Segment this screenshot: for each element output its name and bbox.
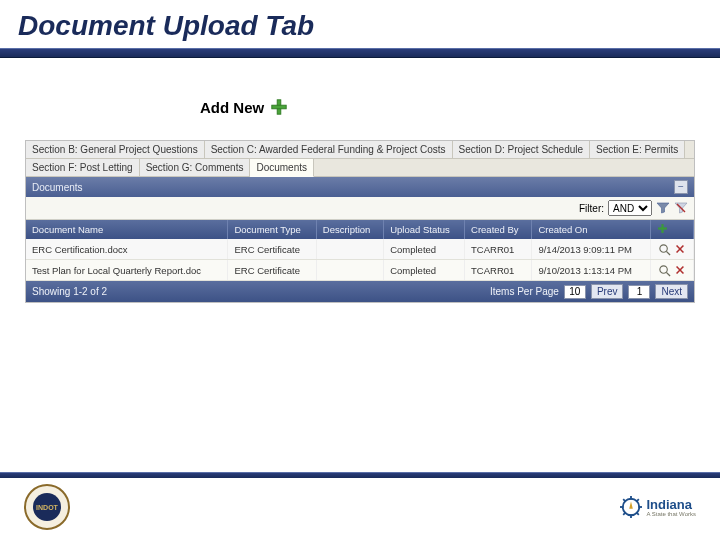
tab-section-c[interactable]: Section C: Awarded Federal Funding & Pro… — [205, 141, 453, 158]
tab-section-b[interactable]: Section B: General Project Questions — [26, 141, 205, 158]
section-header: Documents − — [26, 177, 694, 197]
svg-line-10 — [666, 272, 670, 276]
title-divider — [0, 48, 720, 58]
col-document-type[interactable]: Document Type — [228, 220, 316, 239]
svg-point-9 — [659, 265, 666, 272]
svg-line-21 — [637, 499, 640, 502]
svg-point-5 — [659, 244, 666, 251]
filter-apply-icon[interactable] — [656, 201, 670, 215]
pager-items-input[interactable] — [564, 285, 586, 299]
cell-type: ERC Certificate — [228, 260, 316, 281]
col-add[interactable] — [651, 220, 694, 239]
tab-section-f[interactable]: Section F: Post Letting — [26, 159, 140, 176]
collapse-button[interactable]: − — [674, 180, 688, 194]
cell-by: TCARR01 — [465, 239, 532, 260]
filter-label: Filter: — [579, 203, 604, 214]
tab-section-g[interactable]: Section G: Comments — [140, 159, 251, 176]
pager-prev-button[interactable]: Prev — [591, 284, 624, 299]
table-row[interactable]: ERC Certification.docx ERC Certificate C… — [26, 239, 694, 260]
pager-showing: Showing 1-2 of 2 — [32, 286, 107, 297]
cell-name: ERC Certification.docx — [26, 239, 228, 260]
cell-desc — [316, 239, 383, 260]
indiana-logo: Indiana A State that Works — [620, 496, 696, 518]
cell-desc — [316, 260, 383, 281]
view-icon[interactable] — [657, 263, 671, 277]
filter-bar: Filter: AND — [26, 197, 694, 220]
tab-documents[interactable]: Documents — [250, 159, 314, 177]
tabrow-1: Section B: General Project Questions Sec… — [26, 141, 694, 159]
pager-next-button[interactable]: Next — [655, 284, 688, 299]
col-description[interactable]: Description — [316, 220, 383, 239]
delete-icon[interactable] — [673, 242, 687, 256]
brand-name: Indiana — [646, 498, 696, 511]
tab-section-e[interactable]: Section E: Permits — [590, 141, 685, 158]
pager-items-label: Items Per Page — [490, 286, 559, 297]
brand-tag: A State that Works — [646, 511, 696, 517]
col-created-by[interactable]: Created By — [465, 220, 532, 239]
pager-bar: Showing 1-2 of 2 Items Per Page Prev Nex… — [26, 281, 694, 302]
svg-line-19 — [637, 512, 640, 515]
svg-rect-4 — [658, 227, 667, 229]
page-title: Document Upload Tab — [0, 0, 720, 48]
cell-on: 9/10/2013 1:13:14 PM — [532, 260, 651, 281]
indot-seal-icon: INDOT — [24, 484, 70, 530]
cell-name: Test Plan for Local Quarterly Report.doc — [26, 260, 228, 281]
col-document-name[interactable]: Document Name — [26, 220, 228, 239]
svg-line-6 — [666, 251, 670, 255]
view-icon[interactable] — [657, 242, 671, 256]
svg-line-20 — [624, 512, 627, 515]
gear-icon — [620, 496, 642, 518]
delete-icon[interactable] — [673, 263, 687, 277]
section-title: Documents — [32, 182, 83, 193]
add-new-label: Add New — [200, 99, 264, 116]
footer: INDOT Indiana A State that Works — [0, 472, 720, 540]
col-upload-status[interactable]: Upload Status — [384, 220, 465, 239]
plus-icon[interactable] — [270, 98, 288, 116]
svg-rect-1 — [272, 105, 286, 109]
tabrow-2: Section F: Post Letting Section G: Comme… — [26, 159, 694, 177]
col-created-on[interactable]: Created On — [532, 220, 651, 239]
filter-mode-select[interactable]: AND — [608, 200, 652, 216]
pager-page-input[interactable] — [628, 285, 650, 299]
cell-type: ERC Certificate — [228, 239, 316, 260]
add-new-control[interactable]: Add New — [200, 98, 720, 116]
cell-on: 9/14/2013 9:09:11 PM — [532, 239, 651, 260]
svg-marker-22 — [630, 502, 634, 509]
filter-clear-icon[interactable] — [674, 201, 688, 215]
cell-status: Completed — [384, 239, 465, 260]
documents-panel: Section B: General Project Questions Sec… — [25, 140, 695, 303]
cell-by: TCARR01 — [465, 260, 532, 281]
table-row[interactable]: Test Plan for Local Quarterly Report.doc… — [26, 260, 694, 281]
svg-line-18 — [624, 499, 627, 502]
documents-table: Document Name Document Type Description … — [26, 220, 694, 281]
cell-status: Completed — [384, 260, 465, 281]
tab-section-d[interactable]: Section D: Project Schedule — [453, 141, 591, 158]
